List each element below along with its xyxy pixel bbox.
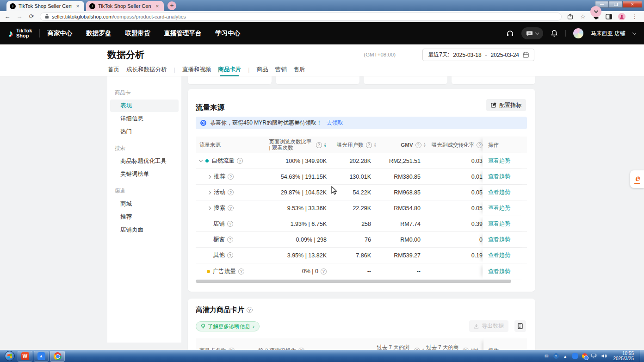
tray-volume-icon[interactable] [601, 353, 607, 359]
sidebar-item-performance[interactable]: 表现 [110, 100, 179, 112]
sidebar-item-details[interactable]: 详细信息 [110, 112, 179, 125]
side-panel-icon[interactable] [605, 13, 613, 20]
forward-button[interactable]: → [16, 13, 23, 20]
tab-aftersales[interactable]: 售后 [294, 66, 305, 76]
help-icon[interactable]: ? [316, 142, 322, 148]
floating-plugin-widget[interactable]: e [630, 170, 644, 188]
report-doc-button[interactable] [514, 320, 526, 332]
taskbar-clock[interactable]: 10:552025/3/25 [613, 351, 634, 361]
browser-tab-1[interactable]: ♪ TikTok Shop Seller Center | Cr × [6, 1, 84, 11]
tab-product[interactable]: 商品 [257, 66, 268, 76]
collapse-icon[interactable] [199, 158, 203, 162]
tray-app-blue-icon[interactable] [572, 353, 578, 359]
nav-item-live-platform[interactable]: 直播管理平台 [164, 29, 201, 37]
tray-show-hidden-icons[interactable]: ▴ [562, 353, 569, 359]
sidebar-item-mall[interactable]: 商城 [110, 198, 179, 210]
view-trend-link[interactable]: 查看趋势 [488, 268, 510, 275]
sidebar-item-title-optimizer[interactable]: 商品标题优化工具 [110, 155, 179, 168]
horizontal-scrollbar[interactable] [196, 280, 511, 283]
sort-icon[interactable]: ▲▼ [374, 142, 377, 148]
browser-menu-icon[interactable]: ⋮ [631, 13, 638, 20]
shop-name[interactable]: 马来西亚 店铺 [591, 30, 625, 37]
view-trend-link[interactable]: 查看趋势 [488, 220, 510, 228]
help-icon[interactable]: ? [321, 268, 327, 275]
sidebar-item-trending[interactable]: 热门 [110, 125, 179, 138]
view-trend-link[interactable]: 查看趋势 [488, 204, 510, 212]
language-selector[interactable] [521, 27, 543, 39]
headset-support-icon[interactable] [506, 30, 514, 37]
help-icon[interactable]: ? [227, 252, 233, 258]
nav-item-affiliate[interactable]: 联盟带货 [125, 29, 150, 37]
sort-icon[interactable]: ▲▼ [324, 142, 327, 148]
window-close-button[interactable]: × [623, 1, 642, 8]
help-icon[interactable]: ? [247, 307, 253, 313]
share-icon[interactable] [566, 13, 574, 20]
tab-marketing[interactable]: 营销 [275, 66, 287, 76]
help-icon[interactable]: ? [415, 142, 421, 148]
table-row-shop: 店铺? 1.93% | 6.75K 258 RM7.74 0.39 查看趋势 [196, 216, 527, 232]
browser-tab-2[interactable]: ♪ TikTok Shop Seller Center | Cr × [86, 1, 164, 11]
help-icon[interactable]: ? [366, 142, 372, 148]
notification-bell-icon[interactable] [551, 30, 558, 37]
show-desktop-button[interactable] [640, 350, 644, 362]
tray-network-icon[interactable] [591, 353, 598, 359]
view-trend-link[interactable]: 查看趋势 [488, 251, 510, 259]
date-range-picker[interactable]: 最近7天: 2025-03-18 - 2025-03-24 [422, 49, 534, 61]
tab-title: TikTok Shop Seller Center | Cr [98, 3, 151, 9]
nav-item-learning-center[interactable]: 学习中心 [215, 29, 240, 37]
tab-growth-analytics[interactable]: 成长和数据分析 [126, 66, 167, 76]
export-data-button[interactable]: 导出数据 [469, 320, 508, 332]
taskbar-wps-button[interactable]: W [18, 351, 32, 362]
help-icon[interactable]: ? [228, 174, 234, 180]
help-icon[interactable]: ? [238, 268, 244, 275]
date-range-label: 最近7天: [428, 51, 449, 59]
help-icon[interactable]: ? [228, 205, 234, 211]
help-icon[interactable]: ? [228, 189, 234, 195]
taskbar-app-button[interactable]: ▲ [34, 351, 49, 362]
tab-product-card[interactable]: 商品卡片 [218, 66, 241, 76]
sort-icon[interactable]: ▲▼ [423, 142, 426, 148]
tab-search-button[interactable] [590, 6, 601, 17]
reload-button[interactable]: ⟳ [28, 13, 35, 20]
sidebar-item-recommend[interactable]: 推荐 [110, 211, 179, 223]
diagnosis-info-link[interactable]: 了解更多诊断信息 › [196, 321, 260, 331]
tab-close-icon[interactable]: × [74, 3, 81, 9]
browser-toolbar: ← → ⟳ seller.tiktokglobalshop.com/compas… [0, 11, 644, 22]
taskbar-chrome-button[interactable] [50, 351, 65, 362]
view-trend-link[interactable]: 查看趋势 [488, 157, 510, 165]
back-button[interactable]: ← [4, 13, 11, 20]
browser-profile-avatar[interactable] [618, 13, 625, 20]
address-bar[interactable]: seller.tiktokglobalshop.com/compass/prod… [40, 12, 562, 21]
tray-envelope-icon[interactable]: ✉ [544, 353, 550, 359]
help-icon[interactable]: ? [237, 158, 243, 164]
window-maximize-button[interactable] [609, 1, 623, 8]
configure-metrics-button[interactable]: 配置指标 [486, 99, 526, 111]
tray-help-icon[interactable]: ? [553, 353, 559, 359]
tray-chrome-icon[interactable] [582, 353, 588, 359]
new-tab-button[interactable]: + [167, 1, 176, 10]
sidebar-item-keyword-ranking[interactable]: 关键词榜单 [110, 168, 179, 181]
view-trend-link[interactable]: 查看趋势 [488, 188, 510, 196]
col-source: 流量来源 [196, 142, 265, 149]
document-icon [518, 323, 523, 329]
expand-icon[interactable] [207, 175, 211, 178]
view-trend-link[interactable]: 查看趋势 [488, 236, 510, 243]
help-icon[interactable]: ? [477, 142, 483, 148]
help-icon[interactable]: ? [227, 221, 233, 227]
nav-item-seller-center[interactable]: 商家中心 [47, 29, 72, 37]
expand-icon[interactable] [207, 206, 211, 210]
mountain-app-icon: ▲ [37, 352, 45, 360]
tab-close-icon[interactable]: × [154, 3, 161, 9]
start-button[interactable] [5, 351, 15, 361]
expand-icon[interactable] [207, 190, 211, 194]
tab-live-video[interactable]: 直播和视频 [182, 66, 211, 76]
claim-coupon-link[interactable]: 去领取 [327, 119, 343, 127]
help-icon[interactable]: ? [227, 237, 233, 243]
tiktok-shop-logo[interactable]: ♪ TikTokShop [8, 28, 32, 39]
sidebar-item-shop-page[interactable]: 店铺页面 [110, 224, 179, 236]
bookmark-star-icon[interactable]: ☆ [579, 13, 587, 20]
tab-home[interactable]: 首页 [108, 66, 119, 76]
nav-item-data-compass[interactable]: 数据罗盘 [86, 29, 111, 37]
view-trend-link[interactable]: 查看趋势 [488, 173, 510, 181]
shop-avatar[interactable] [573, 28, 583, 38]
